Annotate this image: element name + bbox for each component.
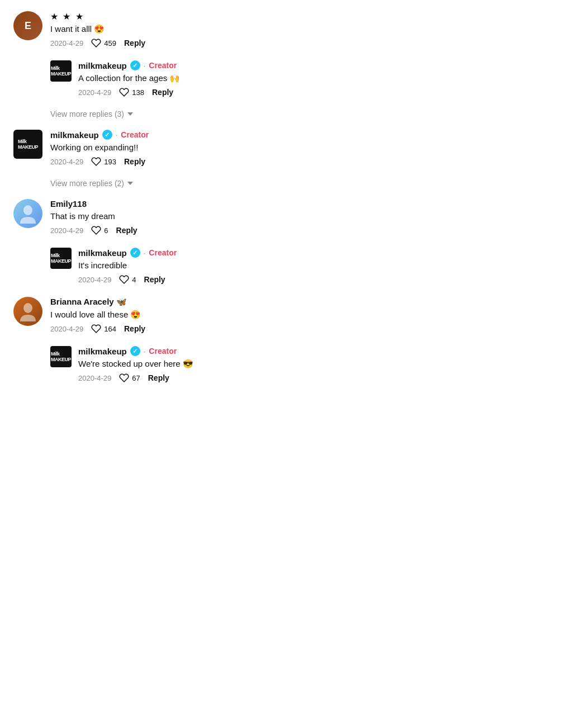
username-row-1a: milkmakeup · Creator	[78, 60, 575, 70]
dot-standalone1: ·	[116, 131, 118, 139]
avatar-milk-1a: MilkMAKEUP	[50, 60, 72, 82]
replies-section-1: MilkMAKEUP milkmakeup · Creator A collec…	[50, 60, 575, 97]
verified-badge-standalone1	[102, 130, 112, 140]
comment-content-emily: Emily118 That is my dream 2020-4-29 6 Re…	[50, 199, 575, 235]
comment-date-1: 2020-4-29	[50, 39, 83, 48]
like-button-emily[interactable]: 6	[91, 225, 108, 235]
username-row-brianna: Brianna Aracely 🦋	[50, 297, 575, 307]
reply-text-1a: A collection for the ages 🙌	[78, 72, 575, 84]
reply-content-emily-milk: milkmakeup · Creator It's incredible 202…	[78, 248, 575, 285]
reply-block-brianna-milk: MilkMAKEUP milkmakeup · Creator We're st…	[50, 346, 575, 383]
verified-badge-emily-milk	[130, 248, 140, 258]
reply-button-brianna[interactable]: Reply	[124, 324, 145, 333]
creator-label-emily-milk: Creator	[149, 248, 177, 257]
comment-content-brianna: Brianna Aracely 🦋 I would love all these…	[50, 297, 575, 334]
like-count-standalone1: 193	[104, 158, 116, 166]
reply-block-1a: MilkMAKEUP milkmakeup · Creator A collec…	[50, 60, 575, 97]
heart-icon-reply-1a	[119, 87, 129, 97]
avatar-silhouette-brianna	[19, 301, 37, 321]
avatar-initial: E	[25, 20, 31, 32]
replies-section-emily: MilkMAKEUP milkmakeup · Creator It's inc…	[50, 248, 575, 285]
date-emily: 2020-4-29	[50, 226, 83, 235]
comment-text-standalone1: Working on expanding!!	[50, 141, 575, 153]
username-row-emily: Emily118	[50, 199, 575, 209]
milk-logo-emily-reply: MilkMAKEUP	[51, 253, 71, 264]
meta-row-emily: 2020-4-29 6 Reply	[50, 225, 575, 235]
dot-brianna-milk: ·	[144, 347, 146, 356]
comment-content-1: ★ ★ ★ I want it alll 😍 2020-4-29 459 Rep…	[50, 11, 575, 48]
heart-icon-reply-emily-milk	[119, 274, 129, 285]
reply-date-brianna-milk: 2020-4-29	[78, 374, 111, 382]
comment-text-emily: That is my dream	[50, 210, 575, 222]
username-brianna: Brianna Aracely 🦋	[50, 297, 127, 307]
username-row-standalone1: milkmakeup · Creator	[50, 130, 575, 140]
heart-icon-reply-brianna-milk	[119, 373, 129, 383]
like-count-1: 459	[104, 39, 116, 48]
like-count-reply-1a: 138	[132, 88, 144, 97]
username-emily: Emily118	[50, 199, 87, 209]
comment-text-1: I want it alll 😍	[50, 23, 575, 35]
avatar-milk-standalone1: MilkMAKEUP	[13, 130, 42, 159]
avatar-milk-emily-reply: MilkMAKEUP	[50, 248, 72, 269]
comment-block-brianna: Brianna Aracely 🦋 I would love all these…	[13, 297, 575, 334]
comment-text-brianna: I would love all these 😍	[50, 309, 575, 320]
view-more-text-2: View more replies (2)	[50, 179, 124, 188]
reply-button-1[interactable]: Reply	[124, 39, 145, 48]
creator-label-brianna-milk: Creator	[149, 347, 177, 356]
creator-label-1a: Creator	[149, 61, 177, 70]
like-button-reply-emily-milk[interactable]: 4	[119, 274, 136, 285]
username-row-emily-milk: milkmakeup · Creator	[78, 248, 575, 258]
avatar-milk-brianna-reply: MilkMAKEUP	[50, 346, 72, 367]
like-button-standalone1[interactable]: 193	[91, 157, 116, 167]
username-1a: milkmakeup	[78, 61, 127, 70]
reply-date-1a: 2020-4-29	[78, 88, 111, 97]
view-more-replies-2[interactable]: View more replies (2)	[50, 179, 133, 188]
reply-text-emily-milk: It's incredible	[78, 259, 575, 271]
like-button-reply-brianna-milk[interactable]: 67	[119, 373, 140, 383]
dot-emily-milk: ·	[144, 249, 146, 257]
like-count-brianna: 164	[104, 325, 116, 333]
reply-button-brianna-milk[interactable]: Reply	[148, 373, 169, 382]
chevron-down-icon-2	[127, 182, 133, 185]
reply-button-standalone1[interactable]: Reply	[124, 157, 145, 166]
meta-row-reply-1a: 2020-4-29 138 Reply	[78, 87, 575, 97]
username-row-brianna-milk: milkmakeup · Creator	[78, 346, 575, 356]
reply-button-emily-milk[interactable]: Reply	[144, 275, 165, 284]
like-count-emily: 6	[104, 226, 108, 235]
like-button-brianna[interactable]: 164	[91, 324, 116, 334]
reply-text-brianna-milk: We're stocked up over here 😎	[78, 358, 575, 370]
reply-block-emily-milk: MilkMAKEUP milkmakeup · Creator It's inc…	[50, 248, 575, 285]
avatar-user1: E	[13, 11, 42, 40]
reply-button-1a[interactable]: Reply	[152, 88, 173, 97]
avatar-emily	[13, 199, 42, 228]
creator-label-standalone1: Creator	[121, 130, 149, 139]
avatar-silhouette-emily	[19, 203, 37, 224]
milk-logo-small: MilkMAKEUP	[51, 65, 71, 77]
view-more-replies-1[interactable]: View more replies (3)	[50, 110, 133, 119]
username-standalone1: milkmakeup	[50, 130, 99, 140]
date-standalone1: 2020-4-29	[50, 158, 83, 166]
view-more-text-1: View more replies (3)	[50, 110, 124, 119]
reply-button-emily[interactable]: Reply	[116, 226, 137, 235]
meta-row-reply-emily-milk: 2020-4-29 4 Reply	[78, 274, 575, 285]
chevron-down-icon-1	[127, 112, 133, 116]
meta-row-1: 2020-4-29 459 Reply	[50, 38, 575, 48]
comment-block-1: E ★ ★ ★ I want it alll 😍 2020-4-29 459 R…	[13, 11, 575, 48]
star-rating: ★ ★ ★	[50, 11, 575, 22]
like-button-1[interactable]: 459	[91, 38, 116, 48]
username-emily-milk: milkmakeup	[78, 248, 127, 258]
comment-block-standalone1: MilkMAKEUP milkmakeup · Creator Working …	[13, 130, 575, 167]
heart-icon-standalone1	[91, 157, 101, 167]
meta-row-brianna: 2020-4-29 164 Reply	[50, 324, 575, 334]
dot-1a: ·	[144, 61, 146, 70]
reply-content-brianna-milk: milkmakeup · Creator We're stocked up ov…	[78, 346, 575, 383]
milk-logo-brianna-reply: MilkMAKEUP	[51, 351, 71, 362]
heart-icon-emily	[91, 225, 101, 235]
date-brianna: 2020-4-29	[50, 325, 83, 333]
reply-date-emily-milk: 2020-4-29	[78, 276, 111, 284]
meta-row-standalone1: 2020-4-29 193 Reply	[50, 157, 575, 167]
verified-badge-1a	[130, 60, 140, 70]
reply-content-1a: milkmakeup · Creator A collection for th…	[78, 60, 575, 97]
like-button-reply-1a[interactable]: 138	[119, 87, 144, 97]
comment-content-standalone1: milkmakeup · Creator Working on expandin…	[50, 130, 575, 167]
